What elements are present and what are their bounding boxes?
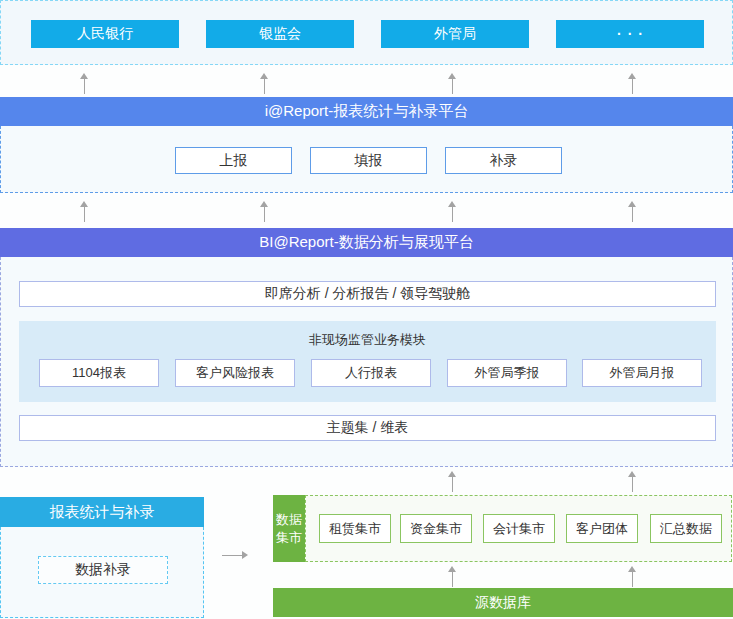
node-cbrc: 银监会: [206, 20, 354, 48]
arrow-up-icon: [626, 73, 638, 94]
report-supplement-container: 数据补录: [0, 527, 204, 618]
node-safe: 外管局: [381, 20, 529, 48]
arrow-up-icon: [446, 471, 458, 492]
arrow-up-icon: [258, 201, 270, 222]
ireport-platform-header: i@Report-报表统计与补录平台: [0, 97, 733, 126]
node-peoples-bank: 人民银行: [31, 20, 179, 48]
node-fill-report: 填报: [310, 147, 427, 174]
bireport-platform-container: 即席分析 / 分析报告 / 领导驾驶舱 非现场监管业务模块 1104报表 客户风…: [0, 257, 733, 467]
offsite-supervision-module: 非现场监管业务模块 1104报表 客户风险报表 人行报表 外管局季报 外管局月报: [19, 321, 716, 402]
data-mart-container: 租赁集市 资金集市 会计集市 客户团体 汇总数据: [305, 495, 732, 562]
node-pbc-report: 人行报表: [311, 359, 431, 387]
arrow-up-icon: [626, 471, 638, 492]
node-submit-report: 上报: [175, 147, 292, 174]
external-systems-container: 人民银行 银监会 外管局 ···: [0, 0, 733, 65]
arrow-up-icon: [78, 73, 90, 94]
bireport-platform-header: BI@Report-数据分析与展现平台: [0, 228, 733, 257]
node-accounting-mart: 会计集市: [483, 514, 555, 543]
node-theme-set-bar: 主题集 / 维表: [19, 415, 716, 441]
node-funds-mart: 资金集市: [400, 514, 472, 543]
arrow-up-icon: [626, 566, 638, 587]
node-customer-risk-report: 客户风险报表: [175, 359, 295, 387]
arrow-up-icon: [446, 73, 458, 94]
node-summary-data: 汇总数据: [650, 514, 722, 543]
arrow-up-icon: [78, 201, 90, 222]
arrow-right-icon: [222, 551, 248, 559]
architecture-diagram: 人民银行 银监会 外管局 ··· i@Report-报表统计与补录平台 上报 填…: [0, 0, 733, 619]
node-safe-monthly-report: 外管局月报: [582, 359, 702, 387]
ireport-platform-container: 上报 填报 补录: [0, 126, 733, 193]
node-supplement: 补录: [445, 147, 562, 174]
node-leasing-mart: 租赁集市: [319, 514, 391, 543]
arrow-up-icon: [446, 201, 458, 222]
node-customer-group: 客户团体: [566, 514, 638, 543]
node-more-systems: ···: [556, 20, 704, 48]
arrow-up-icon: [626, 201, 638, 222]
node-analysis-bar: 即席分析 / 分析报告 / 领导驾驶舱: [19, 281, 716, 307]
node-1104-report: 1104报表: [39, 359, 159, 387]
module-title: 非现场监管业务模块: [19, 321, 716, 349]
report-supplement-header: 报表统计与补录: [0, 497, 204, 527]
source-database-bar: 源数据库: [273, 588, 733, 617]
arrow-up-icon: [258, 73, 270, 94]
node-safe-quarterly-report: 外管局季报: [447, 359, 567, 387]
arrow-up-icon: [446, 566, 458, 587]
data-mart-label: 数据集市: [273, 495, 305, 562]
node-data-supplement: 数据补录: [38, 556, 168, 584]
